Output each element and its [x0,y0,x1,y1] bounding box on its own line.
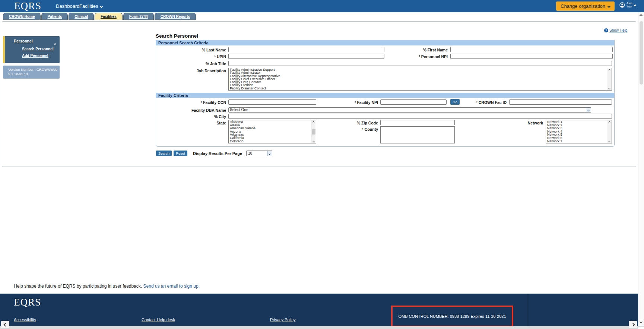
county-textarea[interactable] [380,126,455,143]
omb-control-number-box: OMB CONTROL NUMBER: 0938-1289 Expires 11… [391,306,513,327]
personnel-npi-input[interactable] [450,54,613,59]
scroll-up-icon[interactable] [313,121,315,123]
tab-form-2744[interactable]: Form 2744 [123,13,154,20]
primary-tab-bar: CROWN Home Patients Clinical Facilities … [3,13,196,20]
listbox-option[interactable]: Colorado [229,140,316,143]
sidebar-personnel-menu: Personnel Search Personnel Add Personnel [3,36,60,63]
county-label: ⁴ County [320,127,378,132]
tab-clinical[interactable]: Clinical [69,13,94,20]
facility-ccn-input[interactable] [228,99,316,105]
listbox-option[interactable]: Network 7 [546,140,612,143]
footer-eqrs-logo: EQRS [14,297,41,308]
scroll-up-icon[interactable] [640,14,643,17]
crown-fac-id-input[interactable] [509,99,612,105]
tab-facilities[interactable]: Facilities [95,13,123,20]
nav-facilities-label: Facilities [79,3,98,9]
zip-code-input[interactable] [380,120,455,125]
listbox-option[interactable]: Facility Administrative Support [229,68,612,71]
scroll-down-icon[interactable] [608,87,610,89]
horizontal-scrollbar[interactable] [0,326,638,329]
footer-divider [528,294,528,326]
city-input[interactable] [228,114,612,119]
facility-criteria-header: Facility Criteria [156,93,614,98]
sidebar-item-search-personnel[interactable]: Search Personnel [22,47,53,51]
chevron-down-icon[interactable] [267,151,272,156]
scroll-right-button[interactable] [629,321,637,328]
tab-crown-home[interactable]: CROWN Home [3,13,41,20]
top-header: EQRS Dashboard Facilities Change organiz… [0,0,644,12]
feedback-text: Help shape the future of EQRS by partici… [14,284,142,289]
listbox-option[interactable]: Facility Dietitian [229,83,612,86]
reset-button[interactable]: Reset [174,151,187,156]
chevron-down-icon [607,5,610,8]
search-button[interactable]: Search [156,151,172,156]
state-label: State [156,121,226,125]
job-description-label: Job Description [156,69,226,73]
nav-dashboard[interactable]: Dashboard [56,0,80,12]
form-row-city: % City [156,114,613,120]
change-organization-button[interactable]: Change organization [556,1,615,11]
listbox-option[interactable]: Alabama [229,120,316,124]
nav-facilities-menu[interactable]: Facilities [79,0,102,12]
go-button[interactable]: Go [450,99,460,105]
state-listbox[interactable]: Alabama Alaska American Samoa Arizona Ar… [228,120,316,143]
chevron-right-icon [631,323,635,327]
listbox-option[interactable]: Facility Data Contact [229,80,612,83]
facility-dba-select[interactable]: Select One [228,107,591,113]
scroll-left-button[interactable] [1,321,9,328]
form-row-job-title: % Job Title [156,61,613,67]
upin-label: ¹ UPIN [156,54,226,59]
listbox-option[interactable]: Facility Alternative Representative [229,75,612,77]
footer-link-accessibility[interactable]: Accessibility [14,317,36,322]
listbox-scrollbar[interactable] [311,120,316,143]
eqrs-app: EQRS Dashboard Facilities Change organiz… [0,0,644,329]
listbox-option[interactable]: Facility Chief Executive Officer [229,77,612,80]
sidebar-item-add-personnel[interactable]: Add Personnel [22,54,48,58]
user-icon [619,2,625,8]
chevron-down-icon[interactable] [586,108,591,112]
scrollbar-thumb[interactable] [640,21,643,85]
chevron-down-icon [634,4,636,6]
facility-npi-input[interactable] [380,99,447,105]
version-line2: 5.1.10-v1.13 [8,72,60,76]
chevron-down-icon [99,5,102,8]
sidebar-item-personnel[interactable]: Personnel [14,39,33,43]
scroll-up-icon[interactable] [608,69,610,71]
scroll-down-icon[interactable] [608,140,610,142]
user-menu[interactable]: June Tran [619,2,636,8]
listbox-option[interactable]: Facility Administrator [229,71,612,74]
tab-crown-reports[interactable]: CROWN Reports [155,13,196,20]
form-row-facility-ids: ² Facility CCN ² Facility NPI Go ³ CROWN… [156,99,613,106]
tab-patients[interactable]: Patients [41,13,68,20]
listbox-scrollbar[interactable] [607,120,612,143]
chevron-left-icon [3,323,7,327]
scroll-up-icon[interactable] [608,121,610,123]
listbox-scrollbar[interactable] [607,68,612,90]
facility-dba-label: Facility DBA Name [156,108,226,113]
listbox-option[interactable]: American Samoa [229,127,316,130]
footer-link-privacy-policy[interactable]: Privacy Policy [270,317,295,322]
per-page-value: 10 [248,151,252,155]
scroll-down-icon[interactable] [313,140,315,142]
show-help-link[interactable]: ? Show Help [604,28,627,32]
per-page-select[interactable]: 10 [246,151,272,156]
upin-input[interactable] [228,54,384,59]
job-title-input[interactable] [228,61,612,66]
eqrs-logo: EQRS [14,0,41,12]
feedback-signup-link[interactable]: Send us an email to sign up. [143,284,200,289]
listbox-option[interactable]: Facility Disaster Contact [229,87,612,90]
scroll-down-icon[interactable] [640,320,643,323]
job-title-label: % Job Title [156,61,226,66]
user-last-name: Tran [626,5,632,9]
scrollbar-thumb[interactable] [312,129,315,135]
network-listbox[interactable]: Network 1 Network 2 Network 3 Network 4 … [546,120,612,143]
vertical-scrollbar[interactable] [638,12,644,326]
form-actions: Search Reset Display Results Per Page 10 [156,151,272,156]
first-name-input[interactable] [450,47,613,52]
footer-link-contact-help-desk[interactable]: Contact Help desk [142,317,175,322]
chevron-down-icon[interactable] [54,39,56,46]
network-label: Network [499,121,543,125]
job-description-listbox[interactable]: Facility Administrative Support Facility… [228,68,612,91]
version-line1: Version Number : CROWNWeb [8,67,60,72]
last-name-input[interactable] [228,47,384,52]
